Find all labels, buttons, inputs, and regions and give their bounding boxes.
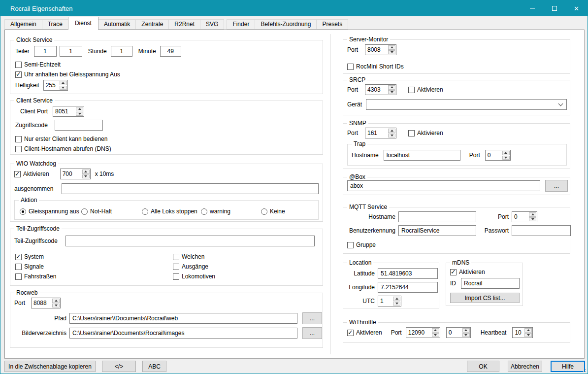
- system-checkbox[interactable]: System: [15, 252, 44, 262]
- copy-to-clipboard-button[interactable]: In die Zwischenablage kopieren: [4, 361, 96, 372]
- stunde-field[interactable]: 1: [111, 46, 132, 57]
- ausgaenge-checkbox[interactable]: Ausgänge: [173, 262, 208, 272]
- latitude-field[interactable]: 51.4819603: [378, 268, 438, 279]
- semi-echtzeit-checkbox[interactable]: Semi-Echtzeit: [15, 60, 61, 69]
- tab-dienst[interactable]: Dienst: [68, 17, 98, 30]
- checkbox-box[interactable]: [347, 242, 354, 248]
- mqtt-port-spinner[interactable]: 0: [512, 211, 537, 222]
- down-button[interactable]: [388, 134, 395, 138]
- radio-warning[interactable]: warning: [201, 206, 230, 216]
- trap-port-spinner[interactable]: 0: [485, 150, 511, 161]
- maximize-button[interactable]: [543, 0, 565, 16]
- resize-grip[interactable]: [582, 368, 586, 372]
- withrottle-port-value[interactable]: 12090: [406, 328, 431, 338]
- teiler1-field[interactable]: 1: [34, 46, 57, 57]
- checkbox-box[interactable]: [347, 330, 354, 336]
- teil-zugriffscode-field[interactable]: [65, 236, 315, 246]
- radio-button[interactable]: [81, 208, 88, 215]
- radio-button[interactable]: [142, 208, 148, 215]
- client-hostnamen-checkbox[interactable]: Client-Hostnamen abrufen (DNS): [15, 144, 111, 154]
- down-button[interactable]: [76, 112, 83, 116]
- utc-spinner[interactable]: 1: [378, 296, 401, 306]
- trap-port-value[interactable]: 0: [486, 150, 502, 160]
- checkbox-box[interactable]: [15, 264, 22, 270]
- atbox-browse-button[interactable]: ...: [545, 180, 568, 192]
- lokomotiven-checkbox[interactable]: Lokomotiven: [173, 272, 215, 281]
- checkbox-box[interactable]: [15, 62, 22, 68]
- ausgenommen-field[interactable]: [62, 183, 319, 194]
- bilderverzeichnis-browse-button[interactable]: ...: [302, 327, 322, 339]
- ok-button[interactable]: OK: [467, 361, 499, 372]
- radio-keine[interactable]: Keine: [261, 206, 285, 216]
- bilderverzeichnis-field[interactable]: C:\Users\rainer\Documents\Rocrail\images: [69, 328, 297, 339]
- checkbox-box[interactable]: [347, 64, 354, 70]
- checkbox-box[interactable]: [15, 254, 22, 260]
- down-button[interactable]: [502, 156, 510, 160]
- down-button[interactable]: [432, 333, 439, 338]
- tab-trace[interactable]: Trace: [42, 19, 68, 30]
- tab-r2rnet[interactable]: R2Rnet: [168, 19, 200, 30]
- tab-zentrale[interactable]: Zentrale: [135, 19, 169, 30]
- checkbox-box[interactable]: [15, 71, 22, 78]
- rocweb-port-value[interactable]: 8088: [32, 298, 52, 308]
- nur-erster-client-checkbox[interactable]: Nur erster Client kann bedienen: [15, 134, 107, 144]
- fahrstrassen-checkbox[interactable]: Fahrstraßen: [15, 272, 56, 281]
- down-button[interactable]: [52, 304, 60, 308]
- checkbox-box[interactable]: [14, 171, 21, 177]
- radio-not-halt[interactable]: Not-Halt: [81, 206, 112, 216]
- snmp-aktivieren-checkbox[interactable]: Aktivieren: [408, 128, 443, 138]
- up-button[interactable]: [393, 297, 400, 301]
- up-button[interactable]: [502, 151, 510, 155]
- up-button[interactable]: [388, 85, 395, 90]
- weichen-checkbox[interactable]: Weichen: [173, 252, 204, 262]
- mdns-id-field[interactable]: Rocrail: [461, 278, 520, 289]
- up-button[interactable]: [462, 328, 470, 333]
- rocmini-short-ids-checkbox[interactable]: RocMini Short IDs: [347, 62, 404, 71]
- zugriffscode-field[interactable]: [55, 120, 103, 131]
- rocweb-port-spinner[interactable]: 8088: [31, 298, 61, 308]
- tab-presets[interactable]: Presets: [316, 19, 348, 30]
- checkbox-box[interactable]: [173, 254, 179, 260]
- tab-befehls-zuordnung[interactable]: Befehls-Zuordnung: [255, 19, 317, 30]
- checkbox-box[interactable]: [173, 264, 179, 270]
- tab-allgemein[interactable]: Allgemein: [4, 19, 42, 30]
- client-port-value[interactable]: 8051: [53, 106, 75, 116]
- titlebar[interactable]: Rocrail Eigenschaften ✕: [0, 0, 588, 16]
- import-cs-list-button[interactable]: Import CS list...: [450, 293, 520, 303]
- radio-gleisspannung-aus[interactable]: Gleisspannung aus: [20, 206, 79, 216]
- up-button[interactable]: [52, 299, 60, 303]
- gruppe-checkbox[interactable]: Gruppe: [347, 240, 376, 250]
- passwort-field[interactable]: [512, 225, 571, 236]
- server-monitor-port-value[interactable]: 8008: [365, 45, 388, 55]
- help-button[interactable]: Hilfe: [551, 361, 585, 372]
- radio-button[interactable]: [20, 208, 26, 215]
- withrottle-port-spinner[interactable]: 12090: [406, 327, 440, 338]
- down-button[interactable]: [60, 86, 67, 90]
- uhr-anhalten-checkbox[interactable]: Uhr anhalten bei Gleisspannung Aus: [15, 69, 120, 79]
- tab-automatik[interactable]: Automatik: [98, 19, 136, 30]
- atbox-field[interactable]: abox: [347, 180, 540, 191]
- snmp-port-spinner[interactable]: 161: [365, 128, 396, 138]
- checkbox-box[interactable]: [450, 269, 457, 275]
- mqtt-hostname-field[interactable]: [398, 211, 476, 222]
- down-button[interactable]: [393, 302, 400, 306]
- longitude-field[interactable]: 7.2152644: [378, 282, 438, 293]
- minimize-button[interactable]: [521, 0, 543, 16]
- up-button[interactable]: [60, 81, 67, 85]
- geraet-dropdown[interactable]: [366, 99, 567, 110]
- withrottle-secondary-spinner[interactable]: 0: [446, 327, 471, 338]
- up-button[interactable]: [76, 107, 83, 111]
- tab-svg[interactable]: SVG: [200, 19, 224, 30]
- client-port-spinner[interactable]: 8051: [53, 106, 84, 117]
- server-monitor-port-spinner[interactable]: 8008: [365, 44, 396, 55]
- heartbeat-spinner[interactable]: 10: [512, 327, 533, 338]
- pfad-field[interactable]: C:\Users\rainer\\Documents\Rocrail\web: [69, 313, 297, 324]
- down-button[interactable]: [388, 90, 395, 95]
- pfad-browse-button[interactable]: ...: [302, 312, 322, 324]
- trap-hostname-field[interactable]: localhost: [384, 150, 460, 161]
- cancel-button[interactable]: Abbrechen: [508, 361, 542, 372]
- utc-value[interactable]: 1: [378, 296, 392, 306]
- down-button[interactable]: [82, 174, 90, 179]
- tab-finder[interactable]: Finder: [227, 19, 255, 30]
- down-button[interactable]: [524, 333, 532, 338]
